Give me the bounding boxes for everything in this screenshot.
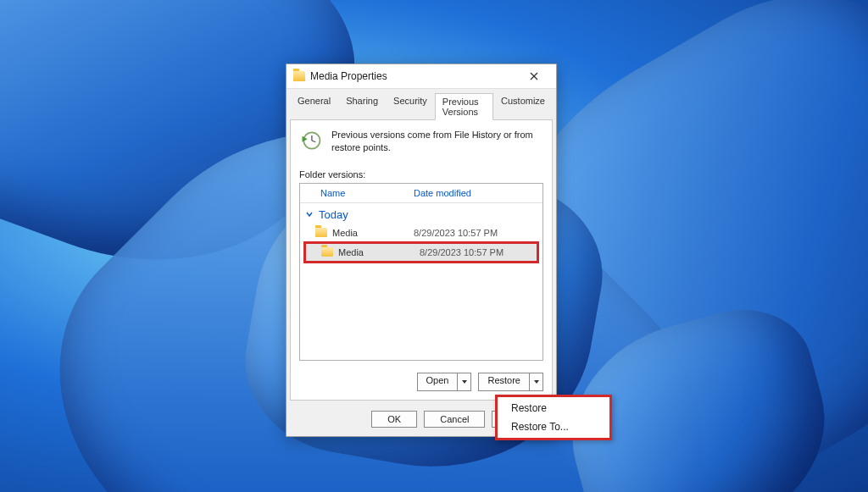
version-row[interactable]: Media 8/29/2023 10:57 PM [300,224,542,241]
section-label: Folder versions: [299,169,543,180]
titlebar: Media Properties [287,64,556,89]
svg-marker-6 [534,380,539,384]
info-line2: restore points. [331,142,391,152]
row-date: 8/29/2023 10:57 PM [420,247,537,257]
cancel-button[interactable]: Cancel [424,411,485,428]
tab-security[interactable]: Security [386,92,435,119]
info-row: Previous versions come from File History… [299,129,543,154]
action-row: Open Restore [299,373,543,391]
open-button[interactable]: Open [417,373,472,391]
column-date-modified[interactable]: Date modified [414,188,542,198]
tab-panel-previous-versions: Previous versions come from File History… [290,119,553,401]
restore-dropdown-arrow[interactable] [529,373,542,390]
versions-list: Name Date modified Today Media 8/29/2023… [299,183,543,361]
folder-icon [315,228,327,237]
group-label: Today [319,208,348,221]
restore-label: Restore [479,373,529,390]
info-text: Previous versions come from File History… [331,129,533,154]
row-name: Media [338,247,364,257]
info-line1: Previous versions come from File History… [331,130,533,140]
group-today[interactable]: Today [300,203,542,224]
row-name: Media [332,228,358,238]
open-label: Open [418,373,458,390]
tab-strip: General Sharing Security Previous Versio… [287,89,556,119]
highlight-annotation: Media 8/29/2023 10:57 PM [303,241,539,263]
window-title: Media Properties [310,70,519,82]
history-icon [299,129,323,152]
column-headers: Name Date modified [300,184,542,203]
open-dropdown-arrow[interactable] [457,373,470,390]
ok-button[interactable]: OK [371,411,417,428]
close-button[interactable] [519,68,549,85]
menu-item-restore-to[interactable]: Restore To... [498,417,609,436]
menu-item-restore[interactable]: Restore [498,399,609,417]
row-date: 8/29/2023 10:57 PM [414,228,542,238]
folder-icon [321,247,333,257]
column-name[interactable]: Name [320,188,414,198]
tab-general[interactable]: General [290,92,338,119]
properties-dialog: Media Properties General Sharing Securit… [286,64,557,437]
folder-icon [293,71,305,81]
chevron-down-icon [305,210,314,218]
tab-customize[interactable]: Customize [493,92,553,119]
restore-button[interactable]: Restore [478,373,543,391]
version-row[interactable]: Media 8/29/2023 10:57 PM [306,244,537,261]
svg-marker-5 [462,380,467,384]
tab-sharing[interactable]: Sharing [338,92,386,119]
restore-dropdown-menu: Restore Restore To... [495,395,612,440]
tab-previous-versions[interactable]: Previous Versions [435,93,493,120]
